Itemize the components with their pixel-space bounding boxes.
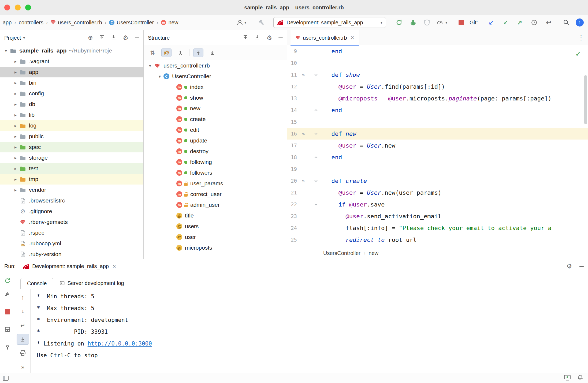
breadcrumb-item[interactable]: users_controller.rb [50, 20, 102, 26]
soft-wrap-button[interactable]: ↵ [17, 320, 29, 331]
tree-chevron-icon[interactable]: ▸ [12, 166, 19, 171]
history-button[interactable] [529, 15, 540, 30]
code-line-12[interactable]: 12 @user = User.find(params[:id]) [287, 81, 588, 92]
screen-share-button[interactable] [564, 375, 571, 382]
tree-chevron-icon[interactable]: ▸ [12, 80, 19, 85]
code-line-14[interactable]: 14 end [287, 104, 588, 116]
project-item-bin[interactable]: ▸bin [0, 77, 143, 88]
structure-method-index[interactable]: mindex [144, 82, 287, 92]
expand-all-button[interactable] [243, 35, 248, 41]
structure-panel-title[interactable]: Structure [148, 35, 170, 41]
tree-chevron-icon[interactable]: ▸ [12, 187, 19, 193]
breadcrumb-item[interactable]: mnew [161, 20, 178, 26]
structure-class-row[interactable]: ▾ C UsersController [144, 71, 287, 82]
close-tab-icon[interactable]: × [351, 34, 354, 41]
structure-field-users[interactable]: @users [144, 221, 287, 232]
chevron-down-icon[interactable]: ▾ [23, 35, 25, 40]
project-item-.vagrant[interactable]: ▸.vagrant [0, 56, 143, 67]
show-fields-button[interactable]: @ [161, 48, 172, 57]
project-item-tmp[interactable]: ▸tmp [0, 174, 143, 185]
toolwindow-toggle-button[interactable] [3, 373, 9, 383]
code-line-16[interactable]: 16⇅ def new [287, 128, 588, 140]
pin-tab-button[interactable] [1, 342, 14, 352]
structure-field-microposts[interactable]: @microposts [144, 242, 287, 253]
hide-panel-button[interactable] [278, 37, 283, 38]
tree-chevron-icon[interactable]: ▸ [12, 123, 19, 128]
project-item-vendor[interactable]: ▸vendor [0, 185, 143, 195]
build-button[interactable] [256, 15, 267, 30]
tree-chevron-icon[interactable]: ▸ [12, 91, 19, 96]
project-item-spec[interactable]: ▸spec [0, 142, 143, 152]
structure-file-row[interactable]: ▾ users_controller.rb [144, 60, 287, 71]
more-actions-button[interactable]: » [17, 362, 29, 372]
project-item-.rubocop.yml[interactable]: YML.rubocop.yml [0, 238, 143, 249]
breadcrumb-item[interactable]: app [3, 20, 12, 26]
editor-options-kebab-icon[interactable]: ⋮ [578, 30, 584, 45]
structure-method-new[interactable]: mnew [144, 103, 287, 114]
search-everywhere-button[interactable] [561, 15, 572, 30]
profile-caret-icon[interactable]: ▾ [244, 15, 249, 30]
tree-chevron-icon[interactable]: ▸ [12, 134, 19, 139]
run-configuration-select[interactable]: Development: sample_rails_app ▾ [273, 17, 386, 28]
structure-method-destroy[interactable]: mdestroy [144, 146, 287, 157]
project-item-lib[interactable]: ▸lib [0, 110, 143, 120]
collapse-all-button[interactable] [111, 35, 116, 41]
fold-marker-icon[interactable] [310, 104, 322, 116]
expand-all-button[interactable] [99, 35, 105, 41]
profiler-caret-icon[interactable]: ▾ [445, 15, 450, 30]
gutter-method-icon[interactable]: ⇅ [297, 178, 310, 183]
fold-marker-icon[interactable] [310, 128, 322, 140]
tree-chevron-icon[interactable]: ▸ [12, 177, 19, 182]
code-line-17[interactable]: 17 @user = User.new [287, 140, 588, 151]
run-button[interactable] [393, 15, 405, 30]
chevron-expanded-icon[interactable]: ▾ [146, 63, 154, 68]
project-item-test[interactable]: ▸test [0, 163, 143, 174]
project-item-.rspec[interactable]: .rspec [0, 227, 143, 238]
structure-field-title[interactable]: @title [144, 210, 287, 221]
notifications-button[interactable] [577, 375, 583, 382]
structure-method-correct_user[interactable]: mcorrect_user [144, 189, 287, 200]
project-item-public[interactable]: ▸public [0, 131, 143, 142]
structure-method-show[interactable]: mshow [144, 92, 287, 103]
fold-marker-icon[interactable] [310, 175, 322, 187]
tree-chevron-icon[interactable]: ▸ [12, 145, 19, 150]
autoscroll-from-source-button[interactable] [207, 48, 217, 57]
breadcrumb-class[interactable]: UsersController [323, 250, 360, 256]
project-panel-title[interactable]: Project [4, 35, 21, 41]
code-line-21[interactable]: 21 @user = User.new(user_params) [287, 187, 588, 198]
restore-layout-button[interactable] [1, 324, 14, 335]
gear-icon[interactable]: ⚙ [266, 34, 272, 42]
undo-button[interactable]: ↩ [543, 15, 554, 30]
prev-occurrence-button[interactable]: ↑ [17, 292, 29, 303]
coverage-button[interactable] [421, 15, 433, 30]
close-tab-icon[interactable]: × [113, 263, 116, 270]
code-line-20[interactable]: 20⇅ def create [287, 175, 588, 187]
breadcrumb-method[interactable]: new [369, 250, 378, 256]
structure-method-user_params[interactable]: muser_params [144, 178, 287, 189]
project-item-.browserslistrc[interactable]: .browserslistrc [0, 195, 143, 206]
project-item-.ruby-version[interactable]: .ruby-version [0, 249, 143, 259]
structure-method-update[interactable]: mupdate [144, 135, 287, 146]
stop-button[interactable] [456, 15, 467, 30]
code-line-24[interactable]: 24 flash[:info] = "Please check your ema… [287, 222, 588, 234]
console-link[interactable]: http://0.0.0.0:3000 [88, 340, 152, 347]
show-inherited-button[interactable] [175, 48, 185, 57]
breadcrumb-item[interactable]: controllers [19, 20, 43, 26]
fold-marker-icon[interactable] [310, 151, 322, 163]
next-occurrence-button[interactable]: ↓ [17, 306, 29, 317]
rerun-button[interactable] [1, 275, 14, 286]
gear-icon[interactable]: ⚙ [123, 34, 128, 42]
project-item-.rbenv-gemsets[interactable]: .rbenv-gemsets [0, 217, 143, 227]
code-line-22[interactable]: 22 if @user.save [287, 198, 588, 210]
debug-button[interactable] [407, 15, 419, 30]
code-line-19[interactable]: 19 [287, 163, 588, 175]
git-update-button[interactable]: ↙ [486, 15, 497, 30]
structure-field-user[interactable]: @user [144, 232, 287, 242]
project-item-app[interactable]: ▸app [0, 67, 143, 77]
chevron-expanded-icon[interactable]: ▾ [2, 48, 10, 53]
code-line-18[interactable]: 18 end [287, 151, 588, 163]
sort-alphabetically-button[interactable]: ⇅ [147, 48, 158, 57]
tab-server-development-log[interactable]: Server development log [53, 277, 130, 289]
code-line-13[interactable]: 13 @microposts = @user.microposts.pagina… [287, 92, 588, 104]
code-line-23[interactable]: 23 @user.send_activation_email [287, 210, 588, 222]
